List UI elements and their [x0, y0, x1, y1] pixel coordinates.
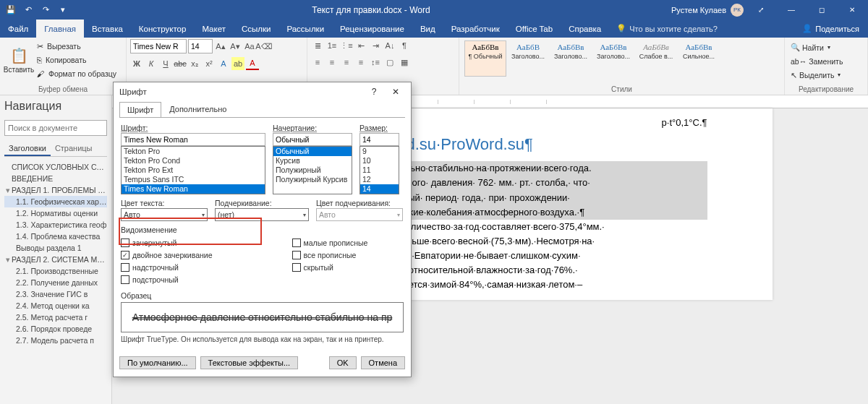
- find-button[interactable]: 🔍Найти▾: [788, 40, 845, 54]
- borders-icon[interactable]: ▦: [398, 56, 411, 69]
- nav-heading-item[interactable]: ВВЕДЕНИЕ: [4, 173, 107, 184]
- checkbox-strike[interactable]: зачеркнутый: [121, 236, 213, 249]
- undo-icon[interactable]: ↶: [20, 2, 36, 18]
- justify-icon[interactable]: ≡: [354, 56, 367, 69]
- select-button[interactable]: ↖Выделить▾: [788, 68, 845, 82]
- checkbox-hidden[interactable]: скрытый: [292, 261, 368, 273]
- checkbox-subscript[interactable]: подстрочный: [121, 273, 213, 285]
- nav-heading-item[interactable]: 2.7. Модель расчета п: [4, 335, 107, 346]
- underline-combo[interactable]: (нет): [215, 208, 309, 221]
- default-button[interactable]: По умолчанию...: [119, 356, 196, 369]
- strike-icon[interactable]: abc: [174, 57, 187, 70]
- copy-button[interactable]: ⎘ Копировать: [35, 53, 118, 66]
- dialog-help-icon[interactable]: ?: [365, 84, 383, 100]
- qat-more-icon[interactable]: ▾: [55, 2, 71, 18]
- multilevel-icon[interactable]: ⋮≡: [340, 39, 353, 52]
- font-style-field[interactable]: [273, 133, 352, 146]
- style-item[interactable]: АаБбВЗаголово...: [507, 40, 549, 77]
- dialog-close-icon[interactable]: ✕: [386, 84, 405, 100]
- font-size-input[interactable]: [188, 39, 213, 53]
- nav-heading-item[interactable]: 2.3. Значение ГИС в: [4, 288, 107, 300]
- font-size-field[interactable]: [359, 133, 399, 146]
- text-effects-icon[interactable]: A: [217, 57, 230, 70]
- show-marks-icon[interactable]: ¶: [398, 39, 411, 52]
- tab-design[interactable]: Конструктор: [131, 20, 195, 38]
- style-item[interactable]: АаБбВв¶ Обычный: [464, 40, 506, 77]
- tab-home[interactable]: Главная: [36, 20, 84, 38]
- nav-tab-pages[interactable]: Страницы: [51, 142, 97, 156]
- close-icon[interactable]: ✕: [839, 0, 865, 20]
- nav-heading-item[interactable]: 1.4. Проблема качества: [4, 231, 107, 242]
- font-name-input[interactable]: [130, 39, 187, 53]
- sort-icon[interactable]: A↓: [383, 39, 396, 52]
- font-color-combo[interactable]: Авто: [121, 208, 208, 221]
- increase-indent-icon[interactable]: ⇥: [369, 39, 382, 52]
- tab-layout[interactable]: Макет: [194, 20, 234, 38]
- nav-heading-item[interactable]: 1.2. Нормативы оценки: [4, 207, 107, 219]
- nav-heading-item[interactable]: Выводы раздела 1: [4, 242, 107, 254]
- style-item[interactable]: АаБбВвЗаголово...: [550, 40, 592, 77]
- numbering-icon[interactable]: 1≡: [326, 39, 339, 52]
- nav-heading-item[interactable]: 2.5. Метод расчета г: [4, 311, 107, 323]
- maximize-icon[interactable]: ◻: [809, 0, 835, 20]
- checkbox-allcaps[interactable]: все прописные: [292, 249, 368, 261]
- format-painter-button[interactable]: 🖌 Формат по образцу: [35, 66, 118, 80]
- tab-office-tab[interactable]: Office Tab: [508, 20, 561, 38]
- decrease-indent-icon[interactable]: ⇤: [354, 39, 367, 52]
- style-item[interactable]: АаБбВвСлабое в...: [635, 40, 677, 77]
- nav-heading-item[interactable]: 2.2. Получение данных: [4, 277, 107, 288]
- align-center-icon[interactable]: ≡: [326, 56, 339, 69]
- font-color-icon[interactable]: A: [246, 57, 259, 70]
- underline-icon[interactable]: Ч: [159, 57, 172, 70]
- nav-heading-item[interactable]: 2.4. Метод оценки ка: [4, 300, 107, 311]
- italic-icon[interactable]: К: [145, 57, 158, 70]
- dialog-tab-advanced[interactable]: Дополнительно: [161, 101, 234, 117]
- bold-icon[interactable]: Ж: [130, 57, 143, 70]
- style-item[interactable]: АаБбВвСильное...: [678, 40, 720, 77]
- checkbox-double-strike[interactable]: ✓двойное зачеркивание: [121, 249, 213, 261]
- ok-button[interactable]: OK: [329, 356, 357, 369]
- avatar[interactable]: РК: [731, 4, 744, 17]
- align-left-icon[interactable]: ≡: [311, 56, 324, 69]
- tab-insert[interactable]: Вставка: [84, 20, 131, 38]
- tab-references[interactable]: Ссылки: [234, 20, 279, 38]
- dialog-tab-font[interactable]: Шрифт: [119, 102, 161, 118]
- styles-gallery[interactable]: АаБбВв¶ ОбычныйАаБбВЗаголово...АаБбВвЗаг…: [463, 39, 721, 78]
- nav-heading-item[interactable]: ▾РАЗДЕЛ 1. ПРОБЛЕМЫ МЕТЕО: [4, 184, 107, 196]
- nav-heading-item[interactable]: 2.6. Порядок проведе: [4, 323, 107, 335]
- share-button[interactable]: 👤 Поделиться: [793, 20, 868, 38]
- subscript-icon[interactable]: x₂: [188, 57, 201, 70]
- cut-button[interactable]: ✂ Вырезать: [35, 39, 118, 53]
- ribbon-options-icon[interactable]: ⤢: [748, 0, 774, 20]
- nav-heading-item[interactable]: СПИСОК УСЛОВНЫХ СОКРАЩЕНИЙ: [4, 161, 107, 173]
- highlight-icon[interactable]: ab: [231, 57, 244, 70]
- nav-heading-item[interactable]: 2.1. Производственные: [4, 265, 107, 277]
- nav-heading-item[interactable]: 1.1. Геофизическая характеристика: [4, 196, 107, 207]
- grow-font-icon[interactable]: A▴: [214, 40, 227, 53]
- clear-format-icon[interactable]: A⌫: [258, 40, 271, 53]
- nav-heading-item[interactable]: 1.3. Характеристика геоф: [4, 219, 107, 231]
- change-case-icon[interactable]: Aa: [243, 40, 256, 53]
- cancel-button[interactable]: Отмена: [361, 356, 405, 369]
- nav-search-input[interactable]: [4, 120, 107, 136]
- align-right-icon[interactable]: ≡: [340, 56, 353, 69]
- checkbox-smallcaps[interactable]: малые прописные: [292, 236, 368, 249]
- tab-developer[interactable]: Разработчик: [443, 20, 508, 38]
- tell-me-search[interactable]: 💡 Что вы хотите сделать?: [616, 20, 718, 38]
- superscript-icon[interactable]: x²: [203, 57, 216, 70]
- checkbox-superscript[interactable]: надстрочный: [121, 261, 213, 273]
- size-list[interactable]: 910111214: [359, 146, 399, 194]
- tab-help[interactable]: Справка: [561, 20, 609, 38]
- redo-icon[interactable]: ↷: [38, 2, 54, 18]
- tab-review[interactable]: Рецензирование: [332, 20, 412, 38]
- tab-file[interactable]: Файл: [0, 20, 36, 38]
- shading-icon[interactable]: ▢: [383, 56, 396, 69]
- line-spacing-icon[interactable]: ↕≡: [369, 56, 382, 69]
- replace-button[interactable]: ab↔Заменить: [788, 54, 845, 68]
- font-list[interactable]: Tekton ProTekton Pro CondTekton Pro ExtT…: [121, 146, 265, 194]
- nav-heading-item[interactable]: ▾РАЗДЕЛ 2. СИСТЕМА МОНИТОР: [4, 254, 107, 265]
- nav-tab-headings[interactable]: Заголовки: [4, 142, 51, 156]
- shrink-font-icon[interactable]: A▾: [229, 40, 242, 53]
- style-list[interactable]: ОбычныйКурсивПолужирныйПолужирный Курсив: [273, 146, 352, 194]
- text-effects-button[interactable]: Текстовые эффекты...: [200, 356, 299, 369]
